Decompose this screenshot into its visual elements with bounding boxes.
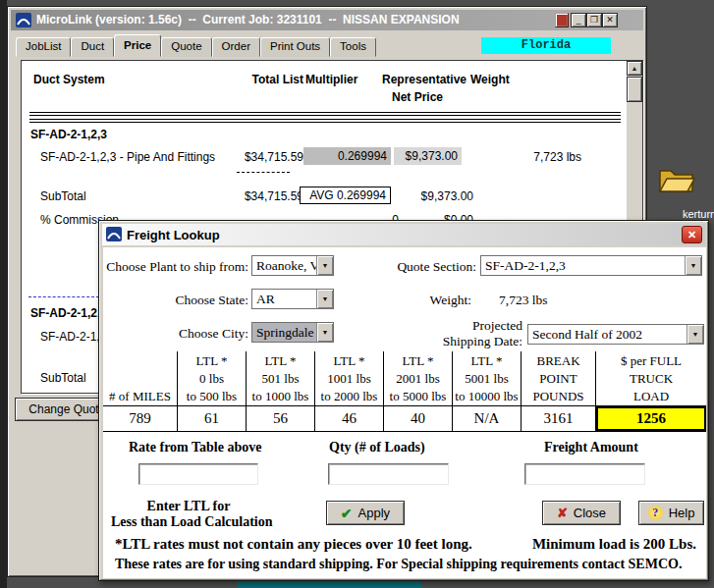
rate-input[interactable] xyxy=(138,463,258,485)
chevron-down-icon[interactable]: ▼ xyxy=(316,323,333,342)
col-ltl-500: LTL *0 lbsto 500 lbs xyxy=(178,351,247,406)
tab-tools[interactable]: Tools xyxy=(330,37,376,57)
col-ltl-5000: LTL *2001 lbsto 5000 lbs xyxy=(384,351,453,406)
rate-cell-miles[interactable]: 789 xyxy=(103,406,178,432)
col-ltl-1000: LTL *501 lbsto 1000 lbs xyxy=(247,351,315,406)
row1-multiplier-cell[interactable]: 0.269994 xyxy=(303,147,391,165)
tab-order[interactable]: Order xyxy=(212,37,260,57)
tab-quote[interactable]: Quote xyxy=(161,37,211,57)
quote-section-label: Quote Section: xyxy=(397,259,476,275)
minimize-button[interactable]: _ xyxy=(571,13,586,27)
red-titlebar-button[interactable] xyxy=(555,13,569,27)
separator-line xyxy=(29,119,621,123)
row1-weight: 7,723 lbs xyxy=(533,150,581,164)
chevron-down-icon[interactable]: ▼ xyxy=(685,256,701,275)
grid-header-mult: Multiplier xyxy=(305,73,357,86)
rate-cell-breakpoint[interactable]: 3161 xyxy=(522,406,596,432)
freight-input-label: Freight Amount xyxy=(544,440,638,455)
shipping-date-combobox[interactable]: Second Half of 2002 ▼ xyxy=(527,324,704,345)
dialog-titlebar[interactable]: Freight Lookup ✕ xyxy=(102,224,705,245)
col-full-truck: $ per FULLTRUCKLOAD xyxy=(596,351,706,406)
chevron-down-icon[interactable]: ▼ xyxy=(316,256,333,275)
subtotal-avg-cell[interactable]: AVG 0.269994 xyxy=(300,187,391,204)
tab-duct[interactable]: Duct xyxy=(71,37,114,57)
group2-subtotal: SubTotal xyxy=(40,371,86,385)
scrollbar-thumb[interactable] xyxy=(627,77,642,102)
ship-date-label-line1: Projected xyxy=(472,318,522,334)
dialog-title: Freight Lookup xyxy=(127,228,220,242)
subtotal-net: $9,373.00 xyxy=(421,189,473,203)
rate-cell[interactable]: 61 xyxy=(178,406,247,432)
dialog-close-icon[interactable]: ✕ xyxy=(682,226,702,243)
restore-button[interactable]: ❐ xyxy=(586,13,602,27)
col-miles: # of MILES xyxy=(103,351,178,406)
subtotal-label: SubTotal xyxy=(40,189,86,203)
rate-cell[interactable]: 46 xyxy=(315,406,384,432)
rate-cell[interactable]: 40 xyxy=(384,406,453,432)
grid-header-weight: Weight xyxy=(470,73,510,86)
rate-table: # of MILES LTL *0 lbsto 500 lbs LTL *501… xyxy=(103,351,706,432)
row1-name: SF-AD-2-1,2,3 - Pipe And Fittings xyxy=(40,150,215,164)
state-combobox[interactable]: AR ▼ xyxy=(251,289,334,309)
grid-header-rep2: Net Price xyxy=(392,90,443,104)
footer-ltl-rule: *LTL rates must not contain any pieces o… xyxy=(115,536,472,553)
close-button[interactable]: ✘ Close xyxy=(542,501,621,525)
window-title: MicroLink (version: 1.56c) -- Current Jo… xyxy=(36,13,460,27)
main-titlebar[interactable]: MicroLink (version: 1.56c) -- Current Jo… xyxy=(11,10,643,30)
rate-table-data-row: 789 61 56 46 40 N/A 3161 1256 xyxy=(103,406,706,432)
rate-cell[interactable]: 56 xyxy=(247,406,315,432)
row1-total: $34,715.59 xyxy=(245,150,303,164)
col-ltl-2000: LTL *1001 lbsto 2000 lbs xyxy=(315,351,384,406)
plant-label: Choose Plant to ship from: xyxy=(106,259,248,275)
qty-input-label: Qty (# of Loads) xyxy=(329,440,425,455)
group1-title: SF-AD-2-1,2,3 xyxy=(30,128,107,141)
ship-date-label-line2: Shipping Date: xyxy=(443,334,522,349)
freight-amount-input[interactable] xyxy=(524,463,645,485)
check-icon: ✔ xyxy=(341,506,353,521)
col-ltl-10000: LTL *5001 lbsto 10000 lbs xyxy=(453,351,522,406)
tab-price[interactable]: Price xyxy=(114,34,161,57)
col-break-point: BREAKPOINTPOUNDS xyxy=(522,351,596,406)
city-combobox[interactable]: Springdale ▼ xyxy=(251,322,334,343)
folder-icon[interactable] xyxy=(657,163,696,198)
question-icon: ? xyxy=(648,506,663,520)
ltl-note-line1: Enter LTL for xyxy=(111,499,266,514)
tab-joblist[interactable]: JobList xyxy=(16,37,71,57)
dash-rule xyxy=(237,172,290,173)
close-button[interactable]: ✕ xyxy=(602,13,618,27)
tab-bar: JobList Duct Price Quote Order Print Out… xyxy=(16,34,477,60)
footer-min-load: Minimum load is 200 Lbs. xyxy=(532,536,696,553)
state-label: Choose State: xyxy=(175,293,248,308)
desktop-left-strip xyxy=(0,0,7,588)
plant-combobox[interactable]: Roanoke, VA ▼ xyxy=(251,255,334,276)
desktop-icon-label: kerturn xyxy=(683,208,714,220)
rate-cell[interactable]: N/A xyxy=(453,406,522,432)
scroll-up-icon[interactable]: ▲ xyxy=(627,61,642,76)
help-button[interactable]: ? Help xyxy=(638,501,704,525)
x-icon: ✘ xyxy=(557,506,568,520)
qty-input[interactable] xyxy=(328,463,449,485)
grid-header-rep1: Representative xyxy=(382,73,467,86)
subtotal-total: $34,715.59 xyxy=(245,189,303,203)
city-label: Choose City: xyxy=(179,326,248,342)
weight-value: 7,723 lbs xyxy=(499,293,548,308)
tab-print-outs[interactable]: Print Outs xyxy=(260,37,330,57)
dialog-body: Choose Plant to ship from: Roanoke, VA ▼… xyxy=(103,247,706,578)
rate-cell-full-load-selected[interactable]: 1256 xyxy=(596,406,706,432)
ltl-note-line2: Less than Load Calculation xyxy=(111,514,266,530)
grid-header-duct: Duct System xyxy=(33,73,105,86)
blue-dash-rule xyxy=(28,296,99,297)
chevron-down-icon[interactable]: ▼ xyxy=(687,325,703,344)
footer-shipping-note: These rates are for using standard shipp… xyxy=(115,557,682,572)
apply-button[interactable]: ✔ Apply xyxy=(326,501,405,525)
rate-input-label: Rate from Table above xyxy=(129,440,261,455)
row1-netprice-cell[interactable]: $9,373.00 xyxy=(394,147,462,165)
quote-section-combobox[interactable]: SF-AD-2-1,2,3 ▼ xyxy=(480,255,702,276)
weight-label: Weight: xyxy=(430,293,471,308)
separator-line xyxy=(29,112,621,116)
microlink-icon xyxy=(16,13,31,31)
chevron-down-icon[interactable]: ▼ xyxy=(316,290,333,308)
region-badge: Florida xyxy=(481,37,611,54)
rate-table-header-row: # of MILES LTL *0 lbsto 500 lbs LTL *501… xyxy=(103,351,706,406)
microlink-icon xyxy=(106,227,122,245)
